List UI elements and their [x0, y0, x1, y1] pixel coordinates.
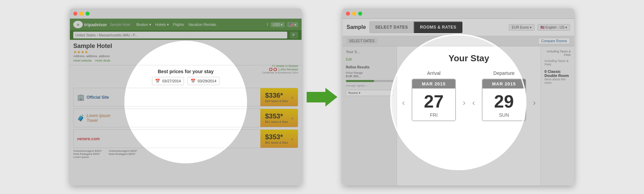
official-site-building-icon: 🏢: [77, 94, 85, 101]
venere-price-main: $353*: [265, 133, 288, 141]
departure-day-number: 29: [482, 88, 525, 112]
arrival-label: Arrival: [412, 70, 456, 76]
checkout-date-input[interactable]: 📅 03/29/2014: [187, 77, 219, 85]
lorem-1: Lorem ipsum: [73, 156, 102, 159]
rooms-dropdown[interactable]: Rooms ▾: [346, 90, 393, 96]
departure-next-arrow[interactable]: ›: [533, 98, 536, 108]
right-browser-window: Sample SELECT DATES ROOMS & RATES EUR Eu…: [342, 9, 574, 185]
official-site-logo: 🏢 Official Site: [74, 91, 114, 104]
ta-nav-flights[interactable]: Flights: [173, 22, 184, 27]
venere-price-info: $353* $51 taxes & fees: [265, 133, 288, 144]
booking-sidebar: Your S... Edit Refine Results Price Rang…: [342, 46, 397, 185]
booking-tabs: SELECT DATES ROOMS & RATES: [369, 21, 462, 33]
ta-right-controls: f USD ▾ 🇺🇸 ▾: [267, 22, 298, 27]
official-site-price-info: $336* $49 taxes & fees: [265, 92, 288, 103]
right-traffic-light-green[interactable]: [358, 12, 362, 16]
tripadvisor-logo-text: tripadvisor: [84, 22, 107, 27]
all-rates-label: Including Taxes & Fees: [545, 59, 571, 66]
ta-search-button[interactable]: 🔍: [290, 32, 298, 38]
tab-rooms-rates-btn[interactable]: ROOMS & RATES: [414, 21, 462, 33]
booking-right-column: Including Taxes & Fees Including Taxes &…: [541, 46, 574, 185]
ta-search-input[interactable]: [73, 32, 287, 38]
ta-nav-boston[interactable]: Boston ▾: [136, 22, 151, 27]
venere-logo-text: venere.com: [77, 136, 100, 141]
ta-nav-links: Boston ▾ Hotels ▾ Flights Vacation Renta…: [136, 22, 216, 27]
arrival-day-name: FRI: [412, 112, 455, 120]
currency-selector[interactable]: USD ▾: [271, 22, 285, 27]
refine-results-label: Refine Results: [346, 65, 393, 69]
tab-select-dates-btn[interactable]: SELECT DATES: [369, 21, 414, 33]
booking-currency-selector[interactable]: EUR Euros ▾: [509, 24, 535, 31]
booking-hotel-name: Sample: [347, 24, 366, 30]
hotel-deals-link[interactable]: Hotel deals: [95, 59, 110, 62]
booking-subnav: SELECT DATES Compare Rooms: [342, 36, 574, 46]
lorem-ipsum-price-main: $353*: [265, 112, 288, 120]
checkin-date-input[interactable]: 📅 03/27/2014: [152, 77, 184, 85]
arrival-next-arrow[interactable]: ›: [463, 98, 465, 108]
departure-prev-arrow[interactable]: ‹: [472, 98, 475, 108]
hotel-stars: ★★★★: [73, 50, 298, 54]
right-titlebar: [342, 9, 574, 19]
edit-stay-link[interactable]: Edit: [346, 58, 352, 61]
price-range-slider[interactable]: [346, 80, 393, 82]
hotel-website-link[interactable]: Hotel website: [73, 59, 92, 62]
tripadvisor-navbar: ⊕ tripadvisor Sample Hotel Boston ▾ Hote…: [70, 19, 302, 30]
ta-nav-hotels[interactable]: Hotels ▾: [155, 22, 169, 27]
booking-header: Sample SELECT DATES ROOMS & RATES EUR Eu…: [342, 19, 574, 36]
arrival-prev-arrow[interactable]: ‹: [402, 98, 405, 108]
price-range-label: Price Range: [346, 71, 393, 75]
facebook-icon[interactable]: f: [267, 23, 268, 27]
hotels-count: 77 Hotels in Boston: [262, 64, 298, 68]
chevron-right-icon-3: ›: [291, 136, 293, 142]
sidebar-your-stay-label: Your S...: [346, 50, 393, 54]
lorem-ipsum-price-btn[interactable]: $353* $51 taxes & fees ›: [260, 109, 298, 127]
departure-month-bar: MAR 2015: [482, 79, 525, 88]
nota-real-1: Nota Realagent $353*: [73, 152, 102, 156]
departure-date-card: Departure MAR 2015 29 SUN: [482, 70, 526, 121]
date-inputs: 📅 03/27/2014 📅 03/29/2014: [73, 77, 298, 85]
hotel-name: Sample Hotel: [73, 43, 298, 50]
subnav-select-dates[interactable]: SELECT DATES: [347, 38, 377, 44]
hotel-right-info: 77 Hotels in Boston ⭕ ⭕ 1,694 Reviews Ce…: [262, 64, 298, 74]
price-range-value: EUR 350...: [346, 75, 393, 78]
venere-price-taxes: $51 taxes & fees: [265, 141, 288, 144]
official-site-price-main: $336*: [265, 92, 288, 99]
ta-searchbar: 🔍: [70, 30, 302, 40]
review-count: ⭕ ⭕ 1,694 Reviews: [262, 68, 298, 71]
chevron-right-icon-2: ›: [291, 115, 293, 121]
lorem-ipsum-logo: 🧳 Lorem Ipsum Travel: [74, 111, 114, 126]
online-travel-1: Onlinetraveagent $353*: [73, 149, 102, 152]
compare-rooms-button[interactable]: Compare Rooms: [538, 38, 570, 44]
small-price-col1: Onlinetraveagent $353* Nota Realagent $3…: [73, 149, 102, 159]
traffic-light-green[interactable]: [86, 12, 90, 16]
right-traffic-light-yellow[interactable]: [352, 12, 356, 16]
booking-language-selector[interactable]: 🇺🇸 English - US ▾: [537, 24, 570, 31]
arrow-polygon: [307, 88, 337, 107]
hotel-links: Hotel website Hotel deals: [73, 59, 298, 62]
booking-main-layout: Your S... Edit Refine Results Price Rang…: [342, 46, 574, 185]
lorem-ipsum-price-taxes: $51 taxes & fees: [265, 120, 288, 124]
best-prices-section: Best prices for your stay 📅 03/27/2014 📅…: [70, 65, 302, 162]
your-stay-title: Your Stay: [402, 53, 536, 64]
small-price-rows: Onlinetraveagent $353* Nota Realagent $3…: [73, 149, 298, 159]
small-price-col2: Onlinetraveagent $353* Nota Realagent $3…: [109, 149, 137, 159]
hotel-info-section: Sample Hotel ★★★★ Address, address, addr…: [70, 40, 302, 65]
language-flag[interactable]: 🇺🇸 ▾: [287, 22, 298, 27]
your-stay-center-panel: Your Stay ‹ Arrival MAR 2015 27 FRI: [397, 46, 541, 185]
traffic-light-red[interactable]: [73, 12, 77, 16]
venere-logo-area: venere.com: [74, 134, 114, 144]
tripadvisor-sample-label: Sample Hotel: [110, 23, 130, 27]
lorem-ipsum-price-info: $353* $51 taxes & fees: [265, 112, 288, 124]
venere-price-btn[interactable]: $353* $51 taxes & fees ›: [260, 130, 298, 148]
ta-nav-vacation[interactable]: Vacation Rentals: [188, 22, 216, 27]
room-description: More about this room: [545, 78, 571, 84]
official-site-price-btn[interactable]: $336* $49 taxes & fees ›: [260, 88, 298, 106]
checkin-date-value: 03/27/2014: [162, 79, 181, 83]
left-titlebar: [70, 9, 302, 19]
checkout-date-value: 03/29/2014: [198, 79, 216, 83]
traffic-light-yellow[interactable]: [79, 12, 83, 16]
chevron-right-icon: ›: [291, 95, 293, 100]
online-travel-2: Onlinetraveagent $353*: [109, 149, 137, 152]
right-traffic-light-red[interactable]: [346, 12, 350, 16]
checkout-calendar-icon: 📅: [190, 79, 196, 83]
